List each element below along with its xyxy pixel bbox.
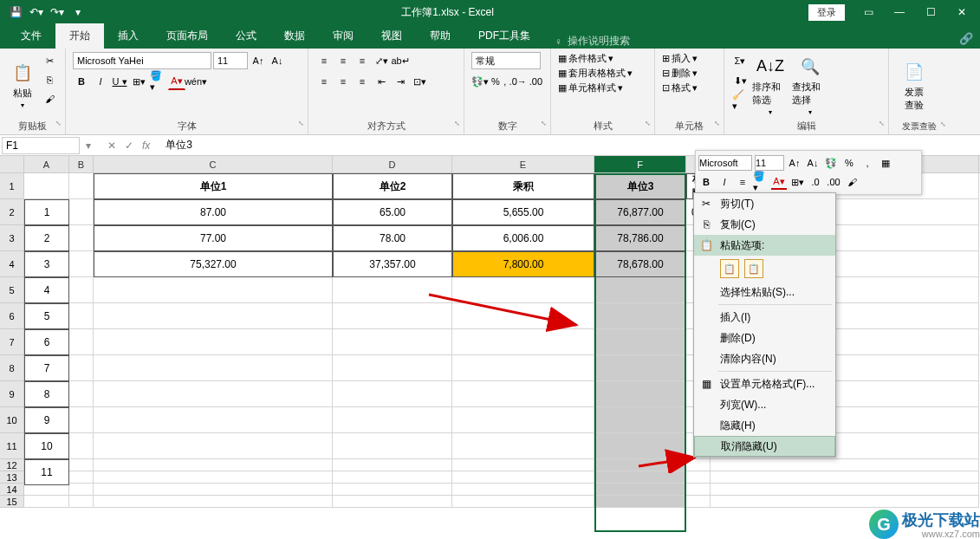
cell[interactable] bbox=[94, 407, 333, 433]
dec-decimal-icon[interactable]: .00 bbox=[529, 73, 543, 90]
cell[interactable] bbox=[594, 407, 686, 433]
cell[interactable]: 单位2 bbox=[333, 173, 452, 199]
cell[interactable] bbox=[69, 199, 94, 225]
tab-pdf[interactable]: PDF工具集 bbox=[464, 23, 544, 49]
inc-decimal-icon[interactable]: .0→ bbox=[509, 73, 527, 90]
cell[interactable] bbox=[452, 329, 594, 355]
row-header-6[interactable]: 6 bbox=[0, 303, 24, 329]
mini-format-icon[interactable]: ▦ bbox=[878, 155, 893, 171]
cell[interactable] bbox=[69, 329, 94, 355]
cell[interactable] bbox=[94, 329, 333, 355]
row-header-15[interactable]: 15 bbox=[0, 496, 24, 508]
indent-dec-icon[interactable]: ⇤ bbox=[373, 73, 390, 90]
cell[interactable] bbox=[686, 459, 711, 471]
fx-icon[interactable]: fx bbox=[142, 140, 150, 152]
cell[interactable] bbox=[24, 484, 69, 496]
cell[interactable] bbox=[69, 459, 94, 471]
cell[interactable] bbox=[69, 433, 94, 459]
align-top-icon[interactable]: ≡ bbox=[315, 52, 333, 69]
col-header-E[interactable]: E bbox=[452, 156, 594, 172]
cell[interactable]: 6,006.00 bbox=[452, 225, 594, 251]
cell[interactable] bbox=[333, 471, 452, 484]
row-header-12[interactable]: 12 bbox=[0, 459, 24, 471]
cell[interactable]: 7,800.00 bbox=[452, 251, 594, 277]
mini-inc-decimal-icon[interactable]: .00 bbox=[826, 174, 841, 190]
cell[interactable]: 5,655.00 bbox=[452, 199, 594, 225]
cell[interactable] bbox=[594, 433, 686, 459]
cell[interactable]: 10 bbox=[24, 433, 69, 459]
cell[interactable] bbox=[333, 277, 452, 303]
comma-icon[interactable]: , bbox=[503, 73, 508, 90]
cell[interactable] bbox=[594, 303, 686, 329]
mini-bold-button[interactable]: B bbox=[698, 174, 714, 190]
row-header-13[interactable]: 13 bbox=[0, 471, 24, 484]
cell[interactable]: 78,678.00 bbox=[594, 251, 686, 277]
cell[interactable] bbox=[69, 496, 94, 508]
cell[interactable] bbox=[711, 484, 979, 496]
orientation-icon[interactable]: ⤢▾ bbox=[373, 52, 390, 69]
cell[interactable] bbox=[69, 355, 94, 381]
name-box-dropdown-icon[interactable]: ▾ bbox=[80, 140, 97, 152]
mini-border-icon[interactable]: ⊞▾ bbox=[789, 174, 805, 190]
cell[interactable] bbox=[69, 277, 94, 303]
cell[interactable]: 78,786.00 bbox=[594, 225, 686, 251]
bold-button[interactable]: B bbox=[73, 73, 90, 90]
paste-button[interactable]: 📋 粘贴 ▾ bbox=[7, 52, 37, 118]
cell[interactable]: 4 bbox=[24, 277, 69, 303]
col-header-A[interactable]: A bbox=[24, 156, 69, 172]
cell[interactable] bbox=[452, 303, 594, 329]
cell[interactable] bbox=[594, 355, 686, 381]
cell[interactable] bbox=[24, 496, 69, 508]
cell[interactable] bbox=[594, 381, 686, 407]
col-header-B[interactable]: B bbox=[69, 156, 94, 172]
ctx-paste-special[interactable]: 选择性粘贴(S)... bbox=[694, 282, 835, 302]
cell[interactable] bbox=[452, 471, 594, 484]
percent-icon[interactable]: % bbox=[490, 73, 501, 90]
cell[interactable] bbox=[94, 496, 333, 508]
row-header-5[interactable]: 5 bbox=[0, 277, 24, 303]
cell[interactable] bbox=[452, 496, 594, 508]
select-all-corner[interactable] bbox=[0, 156, 24, 173]
cell[interactable]: 9 bbox=[24, 407, 69, 433]
cell[interactable]: 37,357.00 bbox=[333, 251, 452, 277]
ribbon-display-icon[interactable]: ▭ bbox=[853, 2, 883, 23]
cell[interactable]: 77.00 bbox=[94, 225, 333, 251]
cell[interactable] bbox=[452, 433, 594, 459]
mini-dec-decimal-icon[interactable]: .0 bbox=[808, 174, 823, 190]
mini-currency-icon[interactable]: 💱 bbox=[823, 155, 839, 171]
mini-percent-icon[interactable]: % bbox=[841, 155, 857, 171]
cell[interactable] bbox=[94, 484, 333, 496]
currency-icon[interactable]: 💱▾ bbox=[471, 73, 489, 90]
tab-file[interactable]: 文件 bbox=[7, 23, 55, 49]
name-box[interactable]: F1 bbox=[2, 137, 80, 154]
phonetic-icon[interactable]: wén▾ bbox=[187, 73, 204, 90]
cell[interactable] bbox=[333, 433, 452, 459]
cell[interactable] bbox=[452, 381, 594, 407]
ctx-delete[interactable]: 删除(D) bbox=[694, 328, 835, 348]
mini-font-color-icon[interactable]: A▾ bbox=[771, 174, 787, 190]
cell[interactable] bbox=[94, 433, 333, 459]
cell[interactable] bbox=[686, 471, 711, 484]
align-left-icon[interactable]: ≡ bbox=[315, 73, 333, 90]
cell[interactable] bbox=[686, 484, 711, 496]
cell[interactable]: 8 bbox=[24, 381, 69, 407]
row-header-8[interactable]: 8 bbox=[0, 355, 24, 381]
cell[interactable] bbox=[69, 471, 94, 484]
cell[interactable] bbox=[686, 496, 711, 508]
cell[interactable] bbox=[711, 459, 979, 471]
format-painter-icon[interactable]: 🖌 bbox=[41, 90, 58, 107]
tab-formulas[interactable]: 公式 bbox=[222, 23, 270, 49]
tab-view[interactable]: 视图 bbox=[367, 23, 416, 49]
cell[interactable] bbox=[452, 355, 594, 381]
redo-icon[interactable]: ↷▾ bbox=[49, 3, 66, 21]
tab-review[interactable]: 审阅 bbox=[319, 23, 367, 49]
row-header-4[interactable]: 4 bbox=[0, 251, 24, 277]
copy-icon[interactable]: ⎘ bbox=[41, 71, 58, 88]
cell[interactable] bbox=[69, 225, 94, 251]
cell[interactable] bbox=[333, 303, 452, 329]
format-cells-button[interactable]: ⊡格式 ▾ bbox=[662, 81, 717, 94]
cell[interactable] bbox=[69, 303, 94, 329]
cell[interactable]: 11 bbox=[24, 459, 69, 485]
cell[interactable]: 7 bbox=[24, 355, 69, 381]
cell[interactable] bbox=[594, 496, 686, 508]
